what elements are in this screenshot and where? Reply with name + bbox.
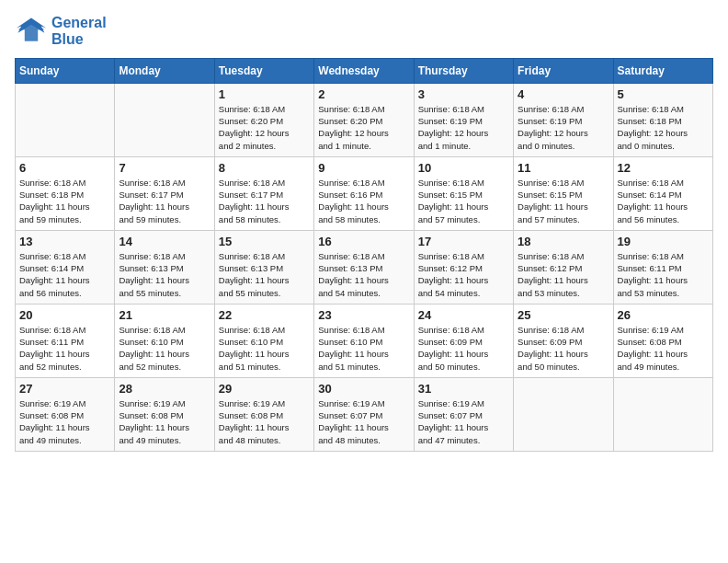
calendar-cell: 14Sunrise: 6:18 AM Sunset: 6:13 PM Dayli… <box>115 230 214 304</box>
day-info: Sunrise: 6:19 AM Sunset: 6:08 PM Dayligh… <box>219 397 310 446</box>
calendar-cell: 27Sunrise: 6:19 AM Sunset: 6:08 PM Dayli… <box>16 377 115 451</box>
day-number: 4 <box>518 87 609 101</box>
day-number: 9 <box>318 161 409 175</box>
day-info: Sunrise: 6:18 AM Sunset: 6:16 PM Dayligh… <box>318 177 409 225</box>
calendar-cell <box>514 377 613 451</box>
page-header: General Blue <box>15 15 713 49</box>
day-number: 28 <box>119 382 210 396</box>
day-info: Sunrise: 6:19 AM Sunset: 6:07 PM Dayligh… <box>318 397 409 446</box>
calendar-cell <box>16 83 115 156</box>
calendar-cell: 4Sunrise: 6:18 AM Sunset: 6:19 PM Daylig… <box>514 83 613 156</box>
calendar-cell: 15Sunrise: 6:18 AM Sunset: 6:13 PM Dayli… <box>214 230 313 304</box>
calendar-cell: 3Sunrise: 6:18 AM Sunset: 6:19 PM Daylig… <box>414 83 513 156</box>
day-info: Sunrise: 6:18 AM Sunset: 6:13 PM Dayligh… <box>219 250 310 299</box>
day-info: Sunrise: 6:18 AM Sunset: 6:10 PM Dayligh… <box>119 324 210 373</box>
calendar-cell <box>115 83 214 156</box>
day-info: Sunrise: 6:18 AM Sunset: 6:18 PM Dayligh… <box>19 177 110 225</box>
day-info: Sunrise: 6:19 AM Sunset: 6:08 PM Dayligh… <box>618 324 709 373</box>
day-info: Sunrise: 6:18 AM Sunset: 6:19 PM Dayligh… <box>418 103 509 152</box>
day-info: Sunrise: 6:18 AM Sunset: 6:12 PM Dayligh… <box>518 250 609 299</box>
day-info: Sunrise: 6:18 AM Sunset: 6:10 PM Dayligh… <box>219 324 310 373</box>
calendar-cell: 22Sunrise: 6:18 AM Sunset: 6:10 PM Dayli… <box>214 304 313 377</box>
day-number: 6 <box>19 161 110 175</box>
calendar-cell: 2Sunrise: 6:18 AM Sunset: 6:20 PM Daylig… <box>314 83 414 156</box>
day-number: 23 <box>318 308 409 322</box>
calendar-cell: 24Sunrise: 6:18 AM Sunset: 6:09 PM Dayli… <box>414 304 513 377</box>
weekday-header-sunday: Sunday <box>16 58 115 83</box>
calendar-cell: 9Sunrise: 6:18 AM Sunset: 6:16 PM Daylig… <box>314 156 414 230</box>
day-number: 18 <box>518 235 609 248</box>
calendar-cell: 10Sunrise: 6:18 AM Sunset: 6:15 PM Dayli… <box>414 156 513 230</box>
day-number: 10 <box>418 161 509 175</box>
calendar-body: 1Sunrise: 6:18 AM Sunset: 6:20 PM Daylig… <box>16 83 713 451</box>
day-info: Sunrise: 6:18 AM Sunset: 6:17 PM Dayligh… <box>119 177 210 225</box>
day-number: 17 <box>418 235 509 248</box>
day-number: 24 <box>418 308 509 322</box>
day-number: 2 <box>318 87 409 101</box>
day-info: Sunrise: 6:18 AM Sunset: 6:13 PM Dayligh… <box>318 250 409 299</box>
day-info: Sunrise: 6:18 AM Sunset: 6:10 PM Dayligh… <box>318 324 409 373</box>
calendar-cell: 20Sunrise: 6:18 AM Sunset: 6:11 PM Dayli… <box>16 304 115 377</box>
weekday-header-thursday: Thursday <box>414 58 513 83</box>
day-info: Sunrise: 6:18 AM Sunset: 6:09 PM Dayligh… <box>518 324 609 373</box>
logo: General Blue <box>15 15 107 49</box>
day-number: 25 <box>518 308 609 322</box>
day-info: Sunrise: 6:18 AM Sunset: 6:17 PM Dayligh… <box>219 177 310 225</box>
weekday-header-tuesday: Tuesday <box>214 58 313 83</box>
day-number: 31 <box>418 382 509 396</box>
calendar-cell <box>613 377 712 451</box>
day-info: Sunrise: 6:18 AM Sunset: 6:15 PM Dayligh… <box>418 177 509 225</box>
day-number: 11 <box>518 161 609 175</box>
day-number: 12 <box>618 161 709 175</box>
day-number: 26 <box>618 308 709 322</box>
calendar-cell: 7Sunrise: 6:18 AM Sunset: 6:17 PM Daylig… <box>115 156 214 230</box>
calendar-cell: 25Sunrise: 6:18 AM Sunset: 6:09 PM Dayli… <box>514 304 613 377</box>
day-info: Sunrise: 6:19 AM Sunset: 6:08 PM Dayligh… <box>119 397 210 446</box>
day-info: Sunrise: 6:18 AM Sunset: 6:11 PM Dayligh… <box>19 324 110 373</box>
day-info: Sunrise: 6:18 AM Sunset: 6:11 PM Dayligh… <box>618 250 709 299</box>
day-info: Sunrise: 6:18 AM Sunset: 6:13 PM Dayligh… <box>119 250 210 299</box>
day-number: 13 <box>19 235 110 248</box>
weekday-header-wednesday: Wednesday <box>314 58 414 83</box>
day-number: 21 <box>119 308 210 322</box>
weekday-header-monday: Monday <box>115 58 214 83</box>
calendar-cell: 17Sunrise: 6:18 AM Sunset: 6:12 PM Dayli… <box>414 230 513 304</box>
day-info: Sunrise: 6:18 AM Sunset: 6:09 PM Dayligh… <box>418 324 509 373</box>
calendar-cell: 28Sunrise: 6:19 AM Sunset: 6:08 PM Dayli… <box>115 377 214 451</box>
calendar-week-3: 13Sunrise: 6:18 AM Sunset: 6:14 PM Dayli… <box>16 230 713 304</box>
calendar-cell: 18Sunrise: 6:18 AM Sunset: 6:12 PM Dayli… <box>514 230 613 304</box>
calendar-cell: 13Sunrise: 6:18 AM Sunset: 6:14 PM Dayli… <box>16 230 115 304</box>
day-number: 5 <box>618 87 709 101</box>
calendar-cell: 19Sunrise: 6:18 AM Sunset: 6:11 PM Dayli… <box>613 230 712 304</box>
calendar-cell: 31Sunrise: 6:19 AM Sunset: 6:07 PM Dayli… <box>414 377 513 451</box>
calendar-cell: 16Sunrise: 6:18 AM Sunset: 6:13 PM Dayli… <box>314 230 414 304</box>
day-info: Sunrise: 6:18 AM Sunset: 6:18 PM Dayligh… <box>618 103 709 152</box>
day-info: Sunrise: 6:19 AM Sunset: 6:08 PM Dayligh… <box>19 397 110 446</box>
calendar-cell: 5Sunrise: 6:18 AM Sunset: 6:18 PM Daylig… <box>613 83 712 156</box>
calendar-cell: 8Sunrise: 6:18 AM Sunset: 6:17 PM Daylig… <box>214 156 313 230</box>
day-number: 29 <box>219 382 310 396</box>
calendar-cell: 21Sunrise: 6:18 AM Sunset: 6:10 PM Dayli… <box>115 304 214 377</box>
day-info: Sunrise: 6:18 AM Sunset: 6:19 PM Dayligh… <box>518 103 609 152</box>
day-number: 27 <box>19 382 110 396</box>
day-number: 15 <box>219 235 310 248</box>
calendar-cell: 30Sunrise: 6:19 AM Sunset: 6:07 PM Dayli… <box>314 377 414 451</box>
day-number: 14 <box>119 235 210 248</box>
day-number: 8 <box>219 161 310 175</box>
day-info: Sunrise: 6:18 AM Sunset: 6:12 PM Dayligh… <box>418 250 509 299</box>
calendar-cell: 6Sunrise: 6:18 AM Sunset: 6:18 PM Daylig… <box>16 156 115 230</box>
calendar-week-5: 27Sunrise: 6:19 AM Sunset: 6:08 PM Dayli… <box>16 377 713 451</box>
day-info: Sunrise: 6:18 AM Sunset: 6:20 PM Dayligh… <box>318 103 409 152</box>
calendar-cell: 12Sunrise: 6:18 AM Sunset: 6:14 PM Dayli… <box>613 156 712 230</box>
day-info: Sunrise: 6:18 AM Sunset: 6:20 PM Dayligh… <box>219 103 310 152</box>
calendar-cell: 23Sunrise: 6:18 AM Sunset: 6:10 PM Dayli… <box>314 304 414 377</box>
day-number: 22 <box>219 308 310 322</box>
weekday-header-saturday: Saturday <box>613 58 712 83</box>
day-number: 16 <box>318 235 409 248</box>
calendar-table: SundayMondayTuesdayWednesdayThursdayFrid… <box>15 58 713 452</box>
calendar-cell: 26Sunrise: 6:19 AM Sunset: 6:08 PM Dayli… <box>613 304 712 377</box>
day-number: 1 <box>219 87 310 101</box>
calendar-week-2: 6Sunrise: 6:18 AM Sunset: 6:18 PM Daylig… <box>16 156 713 230</box>
day-info: Sunrise: 6:18 AM Sunset: 6:14 PM Dayligh… <box>618 177 709 225</box>
calendar-cell: 29Sunrise: 6:19 AM Sunset: 6:08 PM Dayli… <box>214 377 313 451</box>
